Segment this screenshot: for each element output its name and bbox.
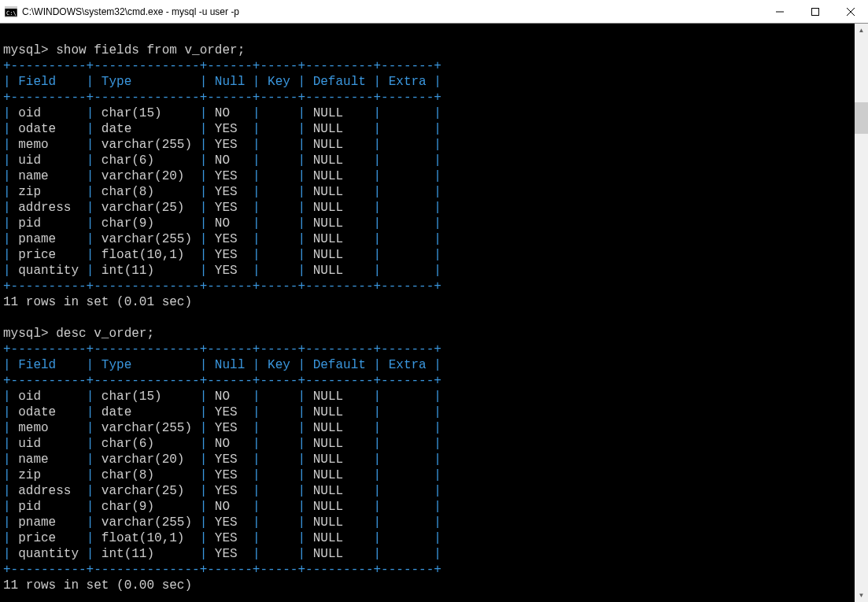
svg-text:C:\: C:\ [6,10,17,17]
scroll-up-icon[interactable]: ▲ [855,24,868,37]
scroll-down-icon[interactable]: ▼ [855,589,868,602]
scrollbar[interactable]: ▲ ▼ [855,24,868,602]
close-button[interactable] [833,0,868,24]
maximize-button[interactable] [797,0,833,24]
content-wrapper: mysql> show fields from v_order; +------… [0,24,868,602]
titlebar: C:\ C:\WINDOWS\system32\cmd.exe - mysql … [0,0,868,24]
terminal-output[interactable]: mysql> show fields from v_order; +------… [0,24,855,602]
svg-rect-4 [811,8,818,15]
minimize-button[interactable] [762,0,797,24]
scroll-thumb[interactable] [855,102,868,134]
window-title: C:\WINDOWS\system32\cmd.exe - mysql -u u… [22,6,762,17]
cmd-icon: C:\ [5,6,17,17]
svg-rect-1 [5,6,17,9]
